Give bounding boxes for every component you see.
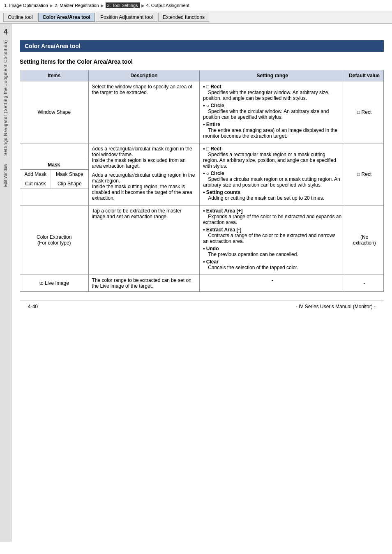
range-rect-title: • □ Rect: [203, 84, 221, 90]
range-rect: • □ Rect Specifies with the rectangular …: [203, 84, 341, 101]
mask-range-rect-title: • □ Rect: [203, 146, 221, 152]
mask-range-counts-title: • Setting counts: [203, 189, 240, 195]
ce-range-clear: • Clear Cancels the selection of the tap…: [203, 259, 341, 270]
sidebar-text: Settings Navigator (Setting the Judgment…: [3, 40, 8, 156]
default-window-shape-val: □ Rect: [357, 109, 371, 115]
color-extraction-label: Color Extraction(For color type): [23, 234, 85, 246]
ce-extract-minus-title: • Extract Area [-]: [203, 227, 241, 233]
ce-range-extract-minus: • Extract Area [-] Contracts a range of …: [203, 227, 341, 244]
breadcrumb-bar: 1. Image Optimization ▶ 2. Master Regist…: [0, 0, 392, 11]
range-mask: • □ Rect Specifies a rectangular mask re…: [200, 143, 345, 205]
tab-outline-tool[interactable]: Outline tool: [3, 13, 37, 22]
default-mask-val: □ Rect: [357, 171, 371, 177]
default-window-shape: □ Rect: [345, 81, 384, 143]
item-window-shape: Window Shape: [20, 81, 89, 143]
breadcrumb-item-2: 2. Master Registration: [55, 3, 99, 8]
range-window-shape: • □ Rect Specifies with the rectangular …: [200, 81, 345, 143]
sidebar-subtext: Edit Window: [3, 164, 8, 187]
content-area: Color Area/Area tool Setting items for t…: [12, 24, 392, 542]
mask-sub-table: Mask Add Mask Mask Shape Cut mask Clip S…: [20, 160, 88, 189]
breadcrumb-item-1: 1. Image Optimization: [4, 3, 48, 8]
desc-mask: Adds a rectangular/circular mask region …: [88, 143, 200, 205]
default-color-extraction: (No extraction): [345, 205, 384, 275]
tab-bar: Outline tool Color Area/Area tool Positi…: [0, 11, 392, 24]
settings-table: Items Description Setting range Default …: [20, 70, 384, 292]
tab-extended-functions[interactable]: Extended functions: [158, 13, 209, 22]
breadcrumb-arrow-3: ▶: [141, 3, 145, 8]
footer-title: - IV Series User's Manual (Monitor) -: [296, 304, 376, 309]
range-circle: • ○ Circle Specifies with the circular w…: [203, 103, 341, 120]
tab-color-area-tool[interactable]: Color Area/Area tool: [38, 13, 95, 22]
desc-cut-mask: Adds a rectangular/circular cutting regi…: [92, 172, 196, 201]
footer-page: 4-40: [28, 304, 38, 309]
mask-range-rect-detail: Specifies a rectangular mask region or a…: [203, 152, 336, 169]
default-mask: □ Rect: [345, 143, 384, 205]
tab-position-adjustment[interactable]: Position Adjustment tool: [96, 13, 157, 22]
breadcrumb-item-4: 4. Output Assignment: [146, 3, 189, 8]
add-mask-label: Add Mask: [20, 169, 51, 179]
desc-color-extraction: Tap a color to be extracted on the maste…: [88, 205, 200, 275]
section-header: Color Area/Area tool: [20, 40, 384, 52]
range-rect-detail: Specifies with the rectangular window. A…: [203, 90, 329, 101]
breadcrumb-arrow-2: ▶: [101, 3, 104, 8]
clip-shape-label: Clip Shape: [51, 179, 88, 188]
range-circle-detail: Specifies with the circular window. An a…: [203, 108, 329, 120]
ce-range-extract-plus: • Extract Area [+] Expands a range of th…: [203, 208, 341, 225]
mask-range-counts-detail: Adding or cutting the mask can be set up…: [208, 195, 324, 201]
range-color-extraction: • Extract Area [+] Expands a range of th…: [200, 205, 345, 275]
window-shape-label: Window Shape: [37, 109, 71, 115]
window-shape-desc: Select the window shape to specify an ar…: [92, 84, 192, 95]
ce-undo-detail: The previous operation can be cancelled.: [208, 252, 298, 257]
desc-add-mask: Adds a rectangular/circular mask region …: [92, 146, 196, 169]
cut-mask-label: Cut mask: [20, 179, 51, 188]
table-row-live-image: to Live Image The color range to be extr…: [20, 275, 384, 292]
sidebar-number: 4: [3, 28, 7, 37]
table-row-window-shape: Window Shape Select the window shape to …: [20, 81, 384, 143]
default-live-image: -: [345, 275, 384, 292]
default-color-extraction-val: (No extraction): [353, 234, 376, 246]
mask-range-rect: • □ Rect Specifies a rectangular mask re…: [203, 146, 341, 169]
ce-extract-plus-detail: Expands a range of the color to be extra…: [203, 214, 341, 225]
section-title: Color Area/Area tool: [25, 43, 81, 49]
ce-extract-minus-detail: Contracts a range of the color to be ext…: [203, 233, 335, 244]
ce-range-undo: • Undo The previous operation can be can…: [203, 246, 341, 257]
subsection-title: Setting items for the Color Area/Area to…: [20, 58, 384, 65]
table-row-mask: Mask Add Mask Mask Shape Cut mask Clip S…: [20, 143, 384, 205]
footer: 4-40 - IV Series User's Manual (Monitor)…: [20, 300, 384, 313]
mask-range-circle-title: • ○ Circle: [203, 171, 224, 176]
item-color-extraction: Color Extraction(For color type): [20, 205, 89, 275]
breadcrumb-arrow-1: ▶: [50, 3, 53, 8]
col-header-items: Items: [20, 70, 89, 81]
mask-label: Mask: [20, 160, 88, 170]
main-wrapper: 4 Settings Navigator (Setting the Judgme…: [0, 24, 392, 542]
mask-range-counts: • Setting counts Adding or cutting the m…: [203, 189, 341, 201]
col-header-default: Default value: [345, 70, 384, 81]
color-extraction-desc: Tap a color to be extracted on the maste…: [92, 208, 182, 219]
mask-sub-row-add: Add Mask Mask Shape: [20, 169, 88, 179]
sidebar: 4 Settings Navigator (Setting the Judgme…: [0, 24, 12, 542]
range-entire-detail: The entire area (imaging area) of an ima…: [203, 127, 337, 139]
mask-shape-label: Mask Shape: [51, 169, 88, 179]
item-live-image: to Live Image: [20, 275, 89, 292]
ce-undo-title: • Undo: [203, 246, 219, 252]
desc-window-shape: Select the window shape to specify an ar…: [88, 81, 200, 143]
ce-clear-title: • Clear: [203, 259, 219, 265]
range-circle-title: • ○ Circle: [203, 103, 224, 108]
mask-sub-row-header: Mask: [20, 160, 88, 170]
breadcrumb-item-3: 3. Tool Settings: [106, 2, 140, 8]
col-header-range: Setting range: [200, 70, 345, 81]
table-row-color-extraction: Color Extraction(For color type) Tap a c…: [20, 205, 384, 275]
range-entire: • Entire The entire area (imaging area) …: [203, 122, 341, 139]
range-live-image: -: [200, 275, 345, 292]
range-entire-title: • Entire: [203, 122, 220, 127]
mask-range-circle: • ○ Circle Specifies a circular mask reg…: [203, 171, 341, 188]
mask-sub-row-cut: Cut mask Clip Shape: [20, 179, 88, 188]
col-header-description: Description: [88, 70, 200, 81]
ce-clear-detail: Cancels the selection of the tapped colo…: [208, 265, 298, 270]
ce-extract-plus-title: • Extract Area [+]: [203, 208, 242, 214]
item-mask: Mask Add Mask Mask Shape Cut mask Clip S…: [20, 143, 89, 205]
mask-range-circle-detail: Specifies a circular mask region or a ma…: [203, 176, 340, 188]
desc-live-image: The color range to be extracted can be s…: [88, 275, 200, 292]
